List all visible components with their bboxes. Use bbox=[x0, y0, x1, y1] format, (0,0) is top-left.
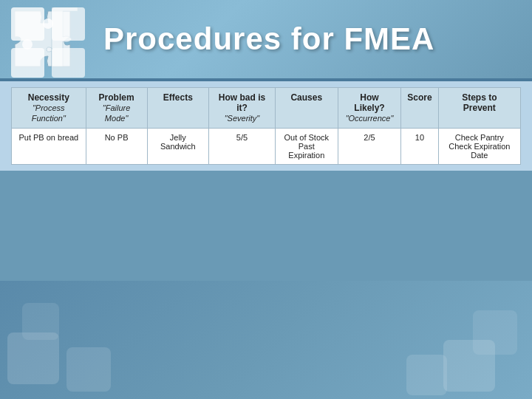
svg-rect-9 bbox=[52, 7, 85, 41]
puzzle-icon bbox=[7, 4, 96, 78]
cell-necessity: Put PB on bread bbox=[12, 129, 86, 165]
svg-rect-3 bbox=[66, 347, 111, 392]
svg-rect-8 bbox=[11, 7, 44, 41]
col-steps: Steps to Prevent bbox=[438, 88, 520, 129]
svg-rect-10 bbox=[11, 48, 44, 78]
col-likelihood: How Likely? "Occurrence" bbox=[338, 88, 401, 129]
col-score: Score bbox=[401, 88, 438, 129]
table-header-row: Necessity "Process Function" Problem "Fa… bbox=[12, 88, 521, 129]
cell-causes: Out of StockPast Expiration bbox=[275, 129, 338, 165]
col-effects: Effects bbox=[147, 88, 208, 129]
svg-rect-4 bbox=[22, 303, 59, 340]
svg-rect-6 bbox=[473, 310, 517, 355]
cell-effects: Jelly Sandwich bbox=[147, 129, 208, 165]
col-problem: Problem "Failure Mode" bbox=[86, 88, 147, 129]
cell-problem: No PB bbox=[86, 129, 147, 165]
col-causes: Causes bbox=[275, 88, 338, 129]
svg-rect-7 bbox=[406, 355, 447, 395]
fmea-table: Necessity "Process Function" Problem "Fa… bbox=[11, 87, 521, 165]
svg-rect-11 bbox=[52, 48, 85, 78]
cell-severity: 5/5 bbox=[209, 129, 276, 165]
table-row: Put PB on bread No PB Jelly Sandwich 5/5… bbox=[12, 129, 521, 165]
cell-steps: Check PantryCheck Expiration Date bbox=[438, 129, 520, 165]
svg-rect-2 bbox=[7, 332, 59, 384]
col-severity: How bad is it? "Severity" bbox=[209, 88, 276, 129]
page-title: Procedures for FMEA bbox=[103, 21, 434, 57]
svg-point-12 bbox=[43, 18, 53, 29]
col-necessity: Necessity "Process Function" bbox=[12, 88, 86, 129]
cell-score: 10 bbox=[401, 129, 438, 165]
svg-point-13 bbox=[22, 39, 33, 50]
cell-likelihood: 2/5 bbox=[338, 129, 401, 165]
header: Procedures for FMEA bbox=[0, 0, 532, 81]
table-section: Necessity "Process Function" Problem "Fa… bbox=[0, 81, 532, 171]
